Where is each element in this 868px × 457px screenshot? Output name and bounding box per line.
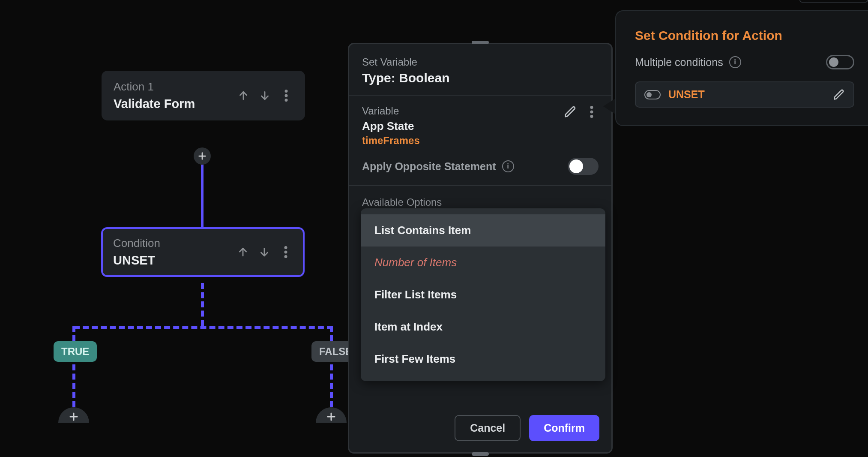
connector-line [74, 326, 333, 329]
info-icon[interactable]: i [502, 160, 514, 172]
connector-line [72, 326, 75, 341]
add-true-branch-button[interactable] [58, 407, 89, 423]
connector-line [201, 283, 204, 326]
available-options-label: Available Options [349, 186, 611, 208]
add-action-button[interactable] [194, 147, 211, 165]
svg-point-6 [590, 106, 593, 109]
svg-point-4 [284, 251, 287, 254]
more-icon[interactable] [279, 89, 293, 102]
connector-line [330, 364, 333, 407]
option-item-at-index[interactable]: Item at Index [361, 311, 605, 343]
flow-node-action-1[interactable]: Action 1 Validate Form [102, 71, 305, 120]
cancel-button[interactable]: Cancel [455, 415, 521, 441]
available-options-dropdown: List Contains Item Number of Items Filte… [361, 208, 605, 381]
dialog-title: Type: Boolean [362, 71, 599, 85]
confirm-button[interactable]: Confirm [529, 415, 599, 441]
action1-title: Validate Form [114, 97, 195, 111]
dialog-subtitle: Set Variable [362, 56, 599, 68]
option-first-few-items[interactable]: First Few Items [361, 343, 605, 375]
variable-source: App State [362, 120, 420, 133]
connector-line [72, 364, 75, 407]
condition-title: UNSET [113, 253, 160, 268]
more-icon[interactable] [279, 245, 293, 259]
top-right-tab-outline [799, 0, 868, 3]
svg-point-5 [284, 255, 287, 258]
flow-node-condition[interactable]: Condition UNSET [101, 227, 305, 277]
condition-chip[interactable]: UNSET [635, 81, 854, 108]
multiple-conditions-toggle[interactable] [826, 55, 854, 69]
edit-icon[interactable] [833, 89, 845, 101]
move-down-icon[interactable] [257, 245, 271, 259]
panel-pointer-icon [603, 99, 615, 114]
svg-point-3 [284, 246, 287, 249]
multiple-conditions-label: Multiple conditions [635, 56, 723, 69]
condition-subtitle: Condition [113, 237, 160, 250]
condition-side-panel: Set Condition for Action Multiple condit… [615, 10, 868, 126]
branch-true-pill[interactable]: TRUE [54, 341, 97, 362]
svg-point-7 [590, 111, 593, 114]
drag-handle-icon[interactable] [472, 41, 489, 44]
svg-point-8 [590, 115, 593, 118]
edit-icon[interactable] [563, 105, 577, 119]
action1-subtitle: Action 1 [114, 80, 195, 93]
move-down-icon[interactable] [258, 89, 272, 102]
side-panel-title: Set Condition for Action [635, 28, 854, 43]
connector-line [330, 326, 333, 341]
opposite-statement-toggle[interactable] [568, 158, 599, 175]
condition-chip-text: UNSET [668, 88, 705, 101]
add-false-branch-button[interactable] [316, 407, 347, 423]
move-up-icon[interactable] [236, 89, 250, 102]
connector-line [201, 165, 204, 228]
option-number-of-items: Number of Items [361, 247, 605, 279]
variable-label: Variable [362, 105, 420, 117]
svg-point-1 [285, 94, 288, 97]
drag-handle-icon[interactable] [472, 452, 489, 456]
option-list-contains-item[interactable]: List Contains Item [361, 214, 605, 247]
more-icon[interactable] [585, 105, 599, 119]
opposite-statement-label: Apply Opposite Statement [362, 160, 496, 173]
move-up-icon[interactable] [236, 245, 250, 259]
condition-toggle-icon [644, 90, 661, 99]
option-filter-list-items[interactable]: Filter List Items [361, 279, 605, 311]
variable-field: timeFrames [362, 135, 420, 147]
svg-point-0 [285, 90, 288, 93]
info-icon[interactable]: i [729, 56, 741, 68]
svg-point-2 [285, 99, 288, 102]
